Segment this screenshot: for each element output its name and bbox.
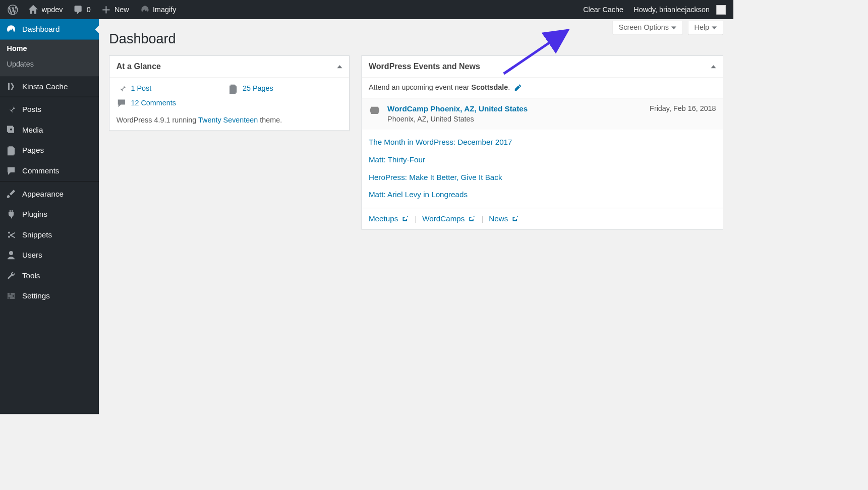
sidebar-item-settings[interactable]: Settings bbox=[0, 286, 99, 307]
comment-bubble-icon bbox=[73, 5, 83, 15]
my-account-menu[interactable]: Howdy, brianleejackson bbox=[628, 0, 731, 19]
sidebar-item-label: Comments bbox=[22, 166, 60, 175]
sidebar-item-pages[interactable]: Pages bbox=[0, 140, 99, 161]
glance-pages-link[interactable]: 25 Pages bbox=[228, 84, 273, 94]
news-footer-link[interactable]: News bbox=[489, 214, 519, 223]
dashboard-icon bbox=[6, 24, 16, 34]
wordpress-logo-icon bbox=[8, 5, 18, 15]
sidebar-item-label: Users bbox=[22, 251, 42, 260]
event-row: WordCamp Phoenix, AZ, United States Phoe… bbox=[362, 98, 723, 130]
external-link-icon bbox=[468, 214, 476, 223]
brush-icon bbox=[6, 189, 16, 199]
sidebar-item-plugins[interactable]: Plugins bbox=[0, 204, 99, 225]
imagify-icon bbox=[139, 5, 149, 15]
pages-icon bbox=[6, 145, 16, 155]
plus-icon bbox=[101, 5, 111, 15]
comments-count: 0 bbox=[87, 6, 91, 14]
help-button[interactable]: Help bbox=[688, 21, 723, 35]
pin-icon bbox=[117, 84, 127, 94]
event-title-link[interactable]: WordCamp Phoenix, AZ, United States bbox=[387, 104, 643, 113]
news-link[interactable]: Matt: Thirty-Four bbox=[369, 151, 716, 169]
events-news-widget: WordPress Events and News Attend an upco… bbox=[362, 55, 723, 230]
sidebar-item-media[interactable]: Media bbox=[0, 119, 99, 140]
sidebar-item-tools[interactable]: Tools bbox=[0, 265, 99, 286]
home-icon bbox=[28, 5, 38, 15]
pin-icon bbox=[6, 104, 16, 114]
new-label: New bbox=[114, 6, 129, 14]
external-link-icon bbox=[400, 214, 409, 223]
admin-sidebar: Dashboard Home Updates Kinsta Cache Post… bbox=[0, 19, 99, 414]
avatar bbox=[716, 5, 726, 15]
sidebar-item-label: Pages bbox=[22, 146, 44, 155]
sidebar-item-label: Posts bbox=[22, 105, 41, 114]
at-a-glance-widget: At a Glance 1 Post 25 Pages bbox=[109, 55, 350, 131]
sidebar-item-posts[interactable]: Posts bbox=[0, 99, 99, 120]
sidebar-item-label: Media bbox=[22, 126, 43, 135]
sidebar-item-label: Plugins bbox=[22, 210, 47, 219]
events-news-heading[interactable]: WordPress Events and News bbox=[362, 56, 723, 78]
pages-icon bbox=[228, 84, 238, 94]
meetups-link[interactable]: Meetups bbox=[369, 214, 409, 223]
glance-posts-link[interactable]: 1 Post bbox=[117, 84, 151, 94]
sliders-icon bbox=[6, 291, 16, 301]
sidebar-item-label: Settings bbox=[22, 291, 50, 300]
news-link[interactable]: The Month in WordPress: December 2017 bbox=[369, 134, 716, 151]
wrench-icon bbox=[6, 271, 16, 281]
scissors-icon bbox=[6, 229, 16, 239]
sidebar-item-comments[interactable]: Comments bbox=[0, 161, 99, 181]
kinsta-icon bbox=[6, 81, 16, 91]
sidebar-item-appearance[interactable]: Appearance bbox=[0, 183, 99, 204]
main-content: Screen Options Help Dashboard At a Glanc… bbox=[99, 19, 733, 414]
new-content-menu[interactable]: New bbox=[96, 0, 134, 19]
sidebar-submenu-dashboard: Home Updates bbox=[0, 40, 99, 77]
clear-cache-button[interactable]: Clear Cache bbox=[578, 0, 628, 19]
wp-version-text: WordPress 4.9.1 running Twenty Seventeen… bbox=[117, 116, 342, 125]
sidebar-item-users[interactable]: Users bbox=[0, 245, 99, 266]
news-list: The Month in WordPress: December 2017 Ma… bbox=[362, 130, 723, 208]
events-footer: Meetups | WordCamps | News bbox=[362, 208, 723, 229]
site-name-menu[interactable]: wpdev bbox=[23, 0, 68, 19]
sidebar-subitem-updates[interactable]: Updates bbox=[0, 56, 99, 72]
theme-link[interactable]: Twenty Seventeen bbox=[198, 116, 258, 124]
screen-options-button[interactable]: Screen Options bbox=[612, 21, 683, 35]
comment-icon bbox=[6, 166, 16, 176]
wordcamps-link[interactable]: WordCamps bbox=[422, 214, 476, 223]
admin-toolbar: wpdev 0 New Imagify Clear Cache Howdy, b… bbox=[0, 0, 733, 19]
wp-logo-menu[interactable] bbox=[3, 0, 23, 19]
media-icon bbox=[6, 125, 16, 135]
sidebar-subitem-home[interactable]: Home bbox=[0, 41, 99, 56]
glance-comments-link[interactable]: 12 Comments bbox=[117, 98, 176, 108]
chevron-down-icon bbox=[712, 26, 717, 29]
plug-icon bbox=[6, 209, 16, 219]
sidebar-item-label: Kinsta Cache bbox=[22, 82, 68, 91]
event-date: Friday, Feb 16, 2018 bbox=[650, 104, 716, 113]
user-icon bbox=[6, 250, 16, 260]
event-location: Phoenix, AZ, United States bbox=[387, 115, 643, 124]
collapse-icon bbox=[337, 65, 342, 68]
comment-icon bbox=[117, 98, 127, 108]
news-link[interactable]: Matt: Ariel Levy in Longreads bbox=[369, 186, 716, 204]
sidebar-item-label: Snippets bbox=[22, 230, 52, 239]
sidebar-item-dashboard[interactable]: Dashboard bbox=[0, 19, 99, 40]
edit-location-icon[interactable] bbox=[513, 84, 522, 92]
sidebar-item-label: Appearance bbox=[22, 190, 64, 199]
at-a-glance-heading[interactable]: At a Glance bbox=[109, 56, 349, 78]
sidebar-item-kinsta-cache[interactable]: Kinsta Cache bbox=[0, 76, 99, 97]
collapse-icon bbox=[711, 65, 716, 68]
sidebar-item-snippets[interactable]: Snippets bbox=[0, 224, 99, 245]
comments-menu[interactable]: 0 bbox=[68, 0, 95, 19]
wordcamp-icon bbox=[369, 104, 381, 116]
sidebar-item-label: Dashboard bbox=[22, 25, 60, 34]
site-name-label: wpdev bbox=[42, 6, 63, 14]
imagify-label: Imagify bbox=[153, 6, 176, 14]
imagify-menu[interactable]: Imagify bbox=[134, 0, 182, 19]
news-link[interactable]: HeroPress: Make It Better, Give It Back bbox=[369, 169, 716, 187]
external-link-icon bbox=[510, 214, 519, 223]
chevron-down-icon bbox=[671, 26, 676, 29]
sidebar-item-label: Tools bbox=[22, 271, 40, 280]
events-nearby-text: Attend an upcoming event near Scottsdale… bbox=[362, 78, 723, 98]
